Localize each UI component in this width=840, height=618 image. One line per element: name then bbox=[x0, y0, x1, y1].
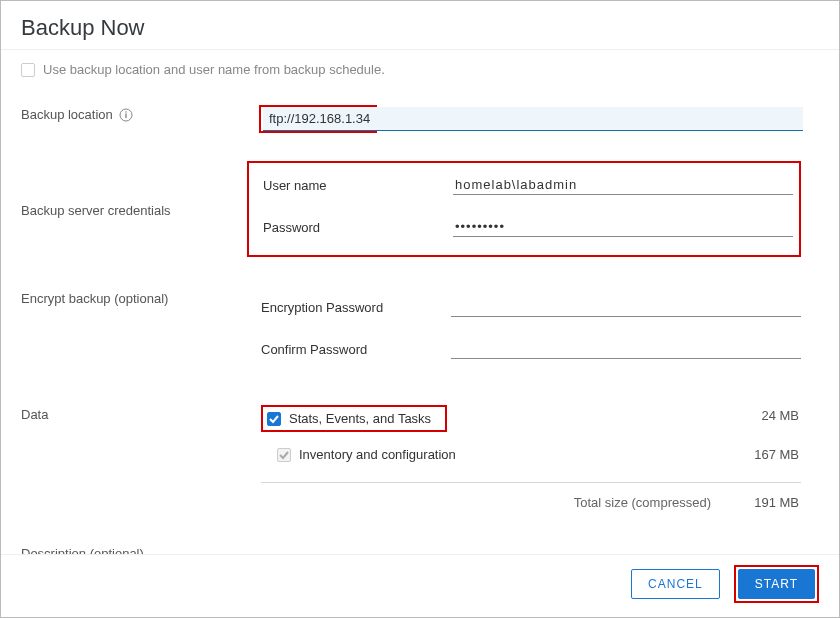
inventory-size: 167 MB bbox=[729, 447, 799, 462]
info-icon[interactable] bbox=[119, 108, 133, 122]
encrypt-block: Encryption Password Confirm Password bbox=[261, 289, 801, 373]
data-divider bbox=[261, 482, 801, 483]
password-input[interactable] bbox=[453, 217, 793, 237]
backup-location-label-col: Backup location bbox=[21, 105, 261, 122]
stats-size: 24 MB bbox=[761, 408, 799, 423]
confirm-pass-subrow: Confirm Password bbox=[261, 331, 801, 373]
enc-pass-input[interactable] bbox=[451, 297, 801, 317]
description-input[interactable] bbox=[261, 544, 801, 554]
use-schedule-row: Use backup location and user name from b… bbox=[21, 50, 801, 95]
backup-location-input[interactable] bbox=[263, 107, 803, 131]
credentials-label: Backup server credentials bbox=[21, 161, 261, 257]
enc-pass-subrow: Encryption Password bbox=[261, 289, 801, 331]
inventory-checkbox bbox=[277, 448, 291, 462]
dialog-footer: CANCEL START bbox=[1, 554, 839, 617]
data-item-stats: Stats, Events, and Tasks bbox=[261, 405, 447, 432]
svg-rect-2 bbox=[125, 113, 126, 118]
backup-location-content bbox=[261, 105, 801, 133]
dialog-title: Backup Now bbox=[1, 1, 839, 50]
encrypt-label: Encrypt backup (optional) bbox=[21, 289, 261, 306]
description-content bbox=[261, 544, 801, 554]
data-block: Stats, Events, and Tasks 24 MB Inventory… bbox=[261, 405, 801, 516]
total-label: Total size (compressed) bbox=[261, 495, 729, 510]
description-label: Description (optional) bbox=[21, 544, 261, 554]
confirm-pass-input[interactable] bbox=[451, 339, 801, 359]
stats-checkbox[interactable] bbox=[267, 412, 281, 426]
confirm-pass-label: Confirm Password bbox=[261, 342, 451, 357]
backup-now-dialog: Backup Now Use backup location and user … bbox=[0, 0, 840, 618]
inventory-label: Inventory and configuration bbox=[299, 447, 721, 462]
enc-pass-label: Encryption Password bbox=[261, 300, 451, 315]
credentials-block: User name Password bbox=[247, 161, 801, 257]
backup-location-label: Backup location bbox=[21, 107, 113, 122]
encrypt-row: Encrypt backup (optional) Encryption Pas… bbox=[21, 267, 801, 383]
username-input[interactable] bbox=[453, 175, 793, 195]
cancel-button[interactable]: CANCEL bbox=[631, 569, 720, 599]
password-subrow: Password bbox=[263, 209, 793, 251]
start-button[interactable]: START bbox=[738, 569, 815, 599]
data-row: Data Stats, Events, and Tasks 24 MB Inve… bbox=[21, 383, 801, 526]
username-subrow: User name bbox=[263, 167, 793, 209]
use-schedule-label: Use backup location and user name from b… bbox=[43, 62, 385, 77]
data-item-inventory: Inventory and configuration 167 MB bbox=[261, 439, 801, 470]
credentials-row: Backup server credentials User name Pass… bbox=[21, 143, 801, 267]
svg-point-1 bbox=[125, 111, 127, 113]
total-row: Total size (compressed) 191 MB bbox=[261, 489, 801, 516]
password-label: Password bbox=[263, 220, 453, 235]
description-row: Description (optional) bbox=[21, 526, 801, 554]
username-label: User name bbox=[263, 178, 453, 193]
total-value: 191 MB bbox=[729, 495, 799, 510]
stats-label: Stats, Events, and Tasks bbox=[289, 411, 431, 426]
use-schedule-checkbox bbox=[21, 63, 35, 77]
dialog-body-scroll[interactable]: Use backup location and user name from b… bbox=[1, 50, 821, 554]
backup-location-row: Backup location bbox=[21, 95, 801, 143]
data-label: Data bbox=[21, 405, 261, 422]
